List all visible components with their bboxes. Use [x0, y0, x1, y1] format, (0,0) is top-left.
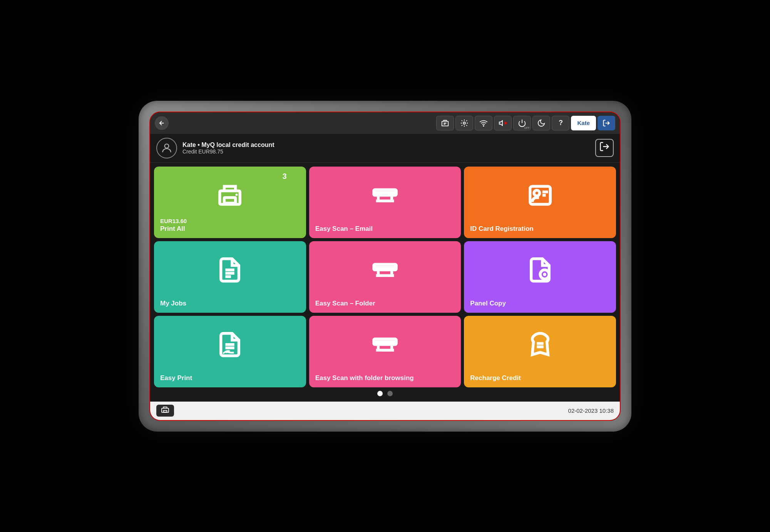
tile-easy-scan-email[interactable]: Easy Scan – Email — [309, 167, 461, 238]
help-icon-btn[interactable]: ? — [552, 116, 569, 130]
night-mode-icon-btn[interactable] — [532, 116, 550, 130]
user-details: Kate • MyQ local credit account Credit E… — [182, 142, 590, 155]
tiles-grid: 3 EUR13.60 Print All — [154, 167, 616, 388]
tile-print-all-label: Print All — [160, 225, 185, 233]
svg-marker-5 — [499, 120, 502, 125]
tile-print-all[interactable]: 3 EUR13.60 Print All — [154, 167, 306, 238]
print-all-amount: EUR13.60 — [160, 218, 187, 224]
tile-panel-copy[interactable]: Panel Copy — [464, 241, 616, 313]
pagination-dot-2[interactable] — [387, 391, 393, 396]
toolbar: OFF ? Kate — [150, 112, 620, 134]
bottom-print-icon[interactable] — [156, 405, 174, 417]
svg-point-25 — [543, 273, 546, 276]
user-info-bar: Kate • MyQ local credit account Credit E… — [150, 134, 620, 163]
tile-easy-scan-folder-label: Easy Scan – Folder — [315, 300, 375, 307]
device-outer: OFF ? Kate — [139, 101, 631, 432]
svg-rect-36 — [164, 410, 167, 412]
user-name-label: Kate — [577, 120, 590, 126]
tile-my-jobs[interactable]: My Jobs — [154, 241, 306, 313]
print-jobs-icon-btn[interactable] — [436, 116, 454, 130]
user-credit: Credit EUR98.75 — [182, 148, 590, 155]
user-avatar — [156, 138, 177, 158]
tile-easy-scan-folder[interactable]: Easy Scan – Folder — [309, 241, 461, 313]
power-icon-btn[interactable]: OFF — [513, 116, 531, 130]
svg-rect-13 — [224, 197, 236, 203]
tile-easy-scan-email-label: Easy Scan – Email — [315, 225, 373, 233]
svg-point-17 — [534, 190, 540, 196]
scanner-browsing-icon — [372, 331, 398, 363]
toolbar-icons: OFF ? Kate — [436, 116, 615, 130]
tile-id-card[interactable]: ID Card Registration — [464, 167, 616, 238]
tile-panel-copy-label: Panel Copy — [470, 300, 506, 307]
my-jobs-icon — [216, 257, 243, 288]
svg-point-4 — [484, 125, 484, 126]
svg-rect-0 — [442, 121, 449, 126]
pagination-dot-1[interactable] — [377, 391, 383, 396]
user-name-account: Kate • MyQ local credit account — [182, 142, 590, 148]
print-all-badge: 3 — [283, 172, 287, 181]
volume-mute-icon-btn[interactable] — [494, 116, 512, 130]
pagination — [154, 388, 616, 398]
toolbar-logout-button[interactable] — [598, 116, 615, 130]
user-logout-button[interactable] — [595, 139, 614, 157]
main-content: 3 EUR13.60 Print All — [150, 163, 620, 402]
back-button[interactable] — [155, 116, 169, 130]
tile-easy-scan-folder-browsing-label: Easy Scan with folder browsing — [315, 374, 414, 382]
panel-copy-icon — [527, 257, 554, 288]
tile-id-card-label: ID Card Registration — [470, 225, 533, 233]
settings-icon-btn[interactable] — [455, 116, 473, 130]
recharge-credit-icon — [527, 331, 554, 363]
tile-recharge-credit-label: Recharge Credit — [470, 374, 521, 382]
bottom-datetime: 02-02-2023 10:38 — [568, 407, 614, 414]
svg-point-14 — [236, 193, 238, 196]
scanner-folder-icon — [372, 257, 398, 288]
wifi-icon-btn[interactable] — [475, 116, 492, 130]
tile-recharge-credit[interactable]: Recharge Credit — [464, 316, 616, 387]
device-screen: OFF ? Kate — [149, 112, 621, 421]
tile-easy-print-label: Easy Print — [160, 374, 192, 382]
printer-icon — [216, 182, 243, 213]
user-name-button[interactable]: Kate — [571, 116, 596, 130]
tile-easy-scan-folder-browsing[interactable]: Easy Scan with folder browsing — [309, 316, 461, 387]
svg-point-3 — [464, 122, 466, 124]
tile-my-jobs-label: My Jobs — [160, 300, 186, 307]
easy-print-icon — [216, 331, 243, 363]
svg-point-10 — [165, 144, 169, 148]
bottom-bar: 02-02-2023 10:38 — [150, 402, 620, 420]
id-card-icon — [527, 182, 554, 213]
tile-easy-print[interactable]: Easy Print — [154, 316, 306, 387]
scanner-email-icon — [372, 182, 398, 213]
